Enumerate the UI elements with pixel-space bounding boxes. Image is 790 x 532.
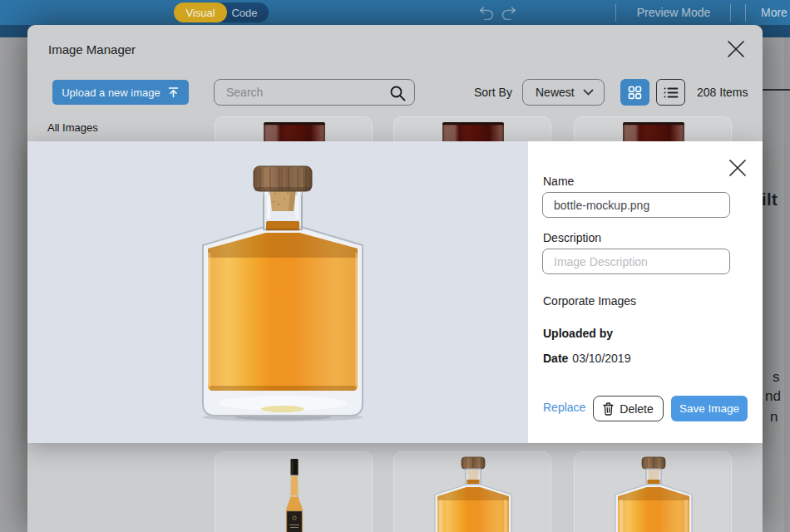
sort-dropdown[interactable]: Newest — [522, 79, 605, 106]
chevron-down-icon — [583, 89, 594, 96]
detail-close-button[interactable] — [726, 156, 749, 180]
search-icon[interactable] — [389, 85, 407, 102]
search-input[interactable] — [215, 80, 414, 105]
search-field — [214, 79, 415, 106]
image-card[interactable] — [574, 451, 732, 532]
sidebar-item-all-images[interactable]: All Images — [47, 121, 98, 134]
description-label: Description — [543, 231, 601, 244]
dialog-title: Image Manager — [48, 42, 136, 57]
image-card[interactable] — [393, 451, 551, 532]
save-image-button[interactable]: Save Image — [671, 396, 748, 421]
undo-icon[interactable] — [476, 6, 496, 20]
sort-dropdown-value: Newest — [536, 86, 583, 99]
name-label: Name — [543, 175, 574, 188]
redo-icon[interactable] — [500, 6, 520, 20]
grid-view-button[interactable] — [620, 79, 649, 106]
name-input[interactable] — [542, 192, 730, 218]
grid-view-icon — [628, 86, 642, 100]
thumbnail-wine-bottle-image — [278, 458, 311, 532]
topbar-divider — [745, 4, 746, 22]
items-count: 208 Items — [697, 86, 748, 99]
image-card[interactable] — [215, 451, 373, 532]
screen: Code Visual Preview Mode More ilt s nd n — [0, 0, 790, 532]
upload-icon — [167, 86, 180, 98]
image-metadata-form: Name Description Corporate Images Upload… — [528, 141, 763, 443]
visual-tab[interactable]: Visual — [174, 2, 227, 22]
description-input[interactable] — [542, 249, 730, 274]
thumbnail-decanter-image — [612, 456, 695, 532]
visual-code-toggle: Code Visual — [174, 2, 269, 22]
trash-icon — [603, 402, 614, 416]
close-icon — [728, 158, 748, 178]
image-category: Corporate Images — [543, 294, 636, 308]
date-label: Date — [543, 352, 568, 365]
more-button[interactable]: More — [761, 6, 788, 19]
upload-image-button[interactable]: Upload a new image — [52, 80, 189, 105]
replace-link[interactable]: Replace — [543, 401, 585, 414]
bottle-preview-image — [197, 165, 368, 422]
image-detail-panel: Name Description Corporate Images Upload… — [27, 141, 763, 443]
date-row: Date03/10/2019 — [543, 352, 630, 365]
topbar-divider — [615, 4, 616, 22]
image-preview-area — [27, 141, 528, 443]
list-view-button[interactable] — [656, 79, 685, 106]
topbar-divider — [730, 4, 731, 22]
close-icon — [726, 39, 746, 59]
delete-button[interactable]: Delete — [593, 396, 664, 421]
list-view-icon — [664, 86, 679, 99]
preview-mode-button[interactable]: Preview Mode — [620, 6, 728, 19]
date-value: 03/10/2019 — [572, 352, 630, 365]
app-top-bar: Code Visual Preview Mode More — [0, 0, 790, 25]
uploaded-by-label: Uploaded by — [543, 327, 613, 340]
sort-by-label: Sort By — [474, 86, 512, 99]
thumbnail-decanter-image — [432, 456, 515, 532]
dialog-close-button[interactable] — [724, 37, 748, 61]
